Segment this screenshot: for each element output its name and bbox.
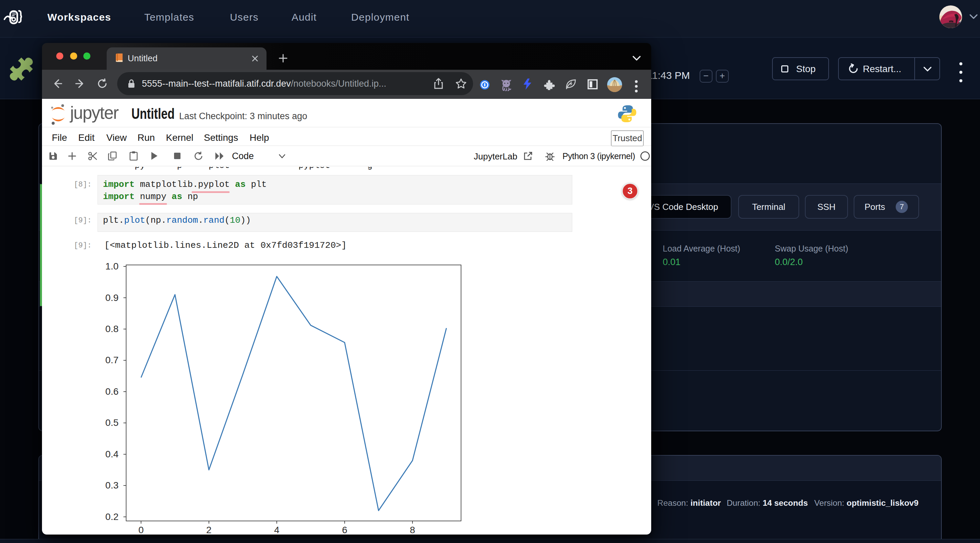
- svg-text:0.2: 0.2: [105, 511, 119, 522]
- svg-text:8: 8: [410, 525, 415, 535]
- svg-text:0: 0: [138, 525, 144, 535]
- svg-text:0.8: 0.8: [105, 324, 119, 334]
- svg-text:0.6: 0.6: [105, 386, 119, 397]
- svg-text:0.3: 0.3: [105, 480, 119, 491]
- svg-text:4: 4: [274, 525, 280, 535]
- svg-text:2: 2: [206, 525, 212, 535]
- svg-text:0.9: 0.9: [105, 292, 119, 303]
- svg-text:1.0: 1.0: [105, 261, 119, 272]
- svg-text:0.7: 0.7: [105, 355, 119, 365]
- svg-text:0.4: 0.4: [105, 449, 119, 459]
- svg-text:0.5: 0.5: [105, 418, 119, 428]
- svg-text:6: 6: [342, 525, 347, 535]
